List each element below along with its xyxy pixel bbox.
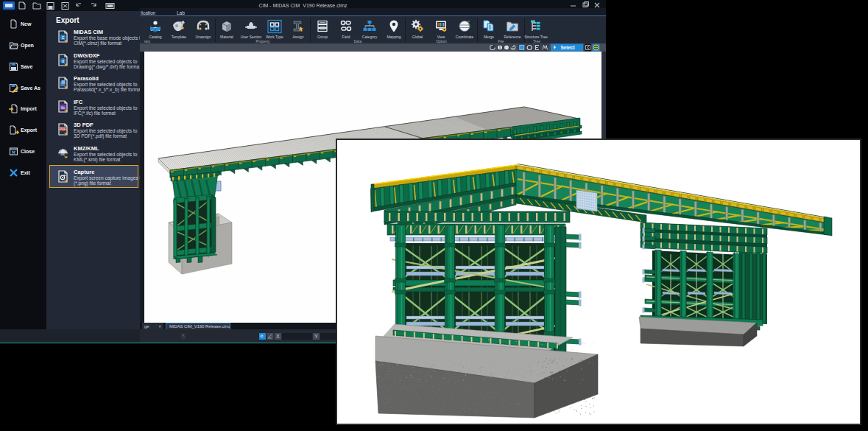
svg-text:Select: Select	[560, 45, 575, 50]
svg-text:c: c	[62, 35, 65, 40]
svg-text:KML: KML	[61, 153, 66, 156]
svg-text:ifc: ifc	[61, 105, 66, 110]
svg-text:Y: Y	[314, 334, 318, 339]
svg-text:d: d	[62, 59, 64, 63]
svg-text:PDF: PDF	[60, 127, 66, 131]
svg-text:X: X	[276, 334, 280, 339]
